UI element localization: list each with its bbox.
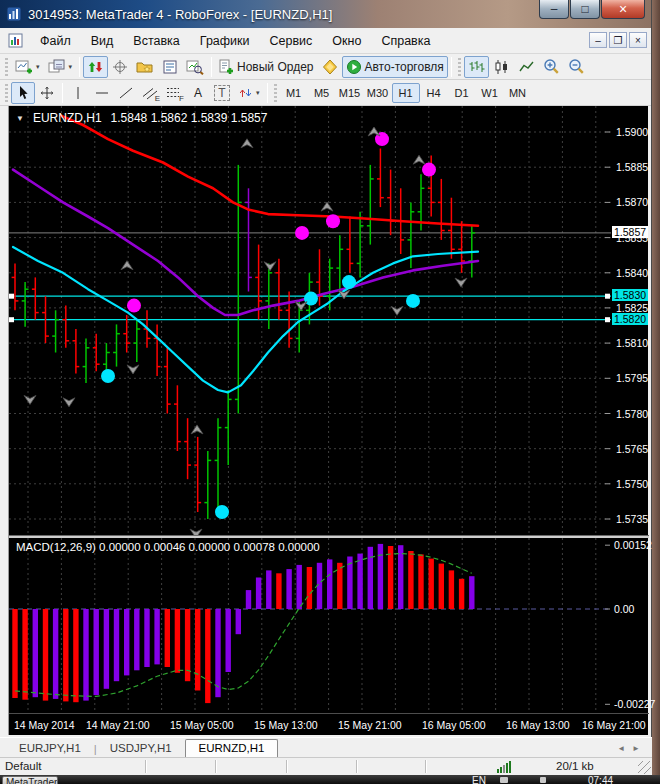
macd-axis[interactable]: 0.001520.00-0.00227	[611, 538, 649, 713]
mdi-close-button[interactable]: ×	[629, 32, 647, 48]
connection-signal-icon	[497, 761, 511, 773]
timeframe-MN[interactable]: MN	[504, 83, 532, 103]
time-axis[interactable]: 14 May 201414 May 21:0015 May 05:0015 Ma…	[9, 713, 649, 735]
date-label-16 May 05:00: 16 May 05:00	[422, 719, 486, 731]
label-tool-button[interactable]: T	[210, 82, 234, 104]
channel-letter: E	[155, 94, 160, 103]
date-label-16 May 21:00: 16 May 21:00	[582, 719, 646, 731]
macd-svg[interactable]	[9, 538, 611, 713]
metaeditor-button[interactable]	[318, 56, 342, 78]
trendline-tool-button[interactable]	[114, 82, 138, 104]
tab-USDJPY,H1[interactable]: USDJPY,H1	[97, 740, 185, 757]
menu-item-Сервис[interactable]: Сервис	[260, 30, 323, 52]
mdi-restore-button[interactable]: ❐	[609, 32, 627, 48]
timeframe-M1[interactable]: M1	[280, 83, 308, 103]
date-label-16 May 13:00: 16 May 13:00	[506, 719, 570, 731]
title-bar[interactable]: 3014953: MetaTrader 4 - RoboForex - [EUR…	[0, 0, 651, 28]
arrows-tool-button[interactable]: ▾	[234, 82, 264, 104]
macd-title: MACD(12,26,9) 0.00000 0.00046 0.00000 0.…	[16, 541, 320, 553]
price-axis[interactable]: 1.59001.58851.58701.58551.58401.58251.58…	[611, 106, 649, 535]
autotrading-button[interactable]: Авто-торговля	[342, 56, 448, 78]
menu-item-Графики[interactable]: Графики	[190, 30, 260, 52]
timeframe-M15[interactable]: M15	[336, 83, 364, 103]
chevron-down-icon: ▾	[69, 63, 73, 71]
tray-icon[interactable]	[500, 777, 508, 783]
tab-scroll-left-icon[interactable]: ◄	[617, 744, 625, 753]
timeframe-toolbar: M1M5M15M30H1H4D1W1MN	[280, 83, 532, 103]
resize-grip[interactable]	[638, 761, 651, 774]
chevron-down-icon: ▾	[36, 63, 40, 71]
macd-pane[interactable]: MACD(12,26,9) 0.00000 0.00046 0.00000 0.…	[9, 538, 649, 713]
menu-item-Справка[interactable]: Справка	[371, 30, 440, 52]
toolbar-grip[interactable]	[274, 84, 277, 102]
strategy-tester-button[interactable]	[182, 56, 208, 78]
terminal-button[interactable]	[158, 56, 182, 78]
new-chart-button[interactable]: ▾	[11, 56, 44, 78]
windows-taskbar: MetaTrader EN 07:44	[0, 775, 660, 784]
hline-price-label-1.5820: 1.5820	[612, 313, 648, 325]
market-watch-button[interactable]	[83, 56, 108, 78]
chart-window[interactable]: ▼ EURNZD,H1 1.5848 1.5862 1.5839 1.5857 …	[8, 106, 648, 735]
zoom-in-button[interactable]	[539, 56, 564, 78]
vertical-line-tool-button[interactable]	[66, 82, 90, 104]
screen: 3014953: MetaTrader 4 - RoboForex - [EUR…	[0, 0, 660, 784]
autotrading-icon	[346, 59, 362, 75]
minimize-button[interactable]: –	[539, 0, 569, 19]
timeframe-D1[interactable]: D1	[448, 83, 476, 103]
timeframe-H4[interactable]: H4	[420, 83, 448, 103]
taskbar-language-label[interactable]: EN	[472, 776, 486, 784]
data-window-button[interactable]	[108, 56, 132, 78]
mdi-minimize-button[interactable]: –	[589, 32, 607, 48]
chart-line-button[interactable]	[514, 56, 539, 78]
navigator-button[interactable]	[132, 56, 158, 78]
chart-document-icon	[8, 33, 26, 49]
text-tool-button[interactable]: A	[186, 82, 210, 104]
toolbar-separator	[267, 83, 268, 103]
macd-tick-0.00: 0.00	[614, 603, 634, 615]
menu-item-Файл[interactable]: Файл	[30, 30, 81, 52]
taskbar-clock[interactable]: 07:44	[588, 776, 613, 784]
timeframe-M30[interactable]: M30	[364, 83, 392, 103]
menu-item-Вставка[interactable]: Вставка	[123, 30, 189, 52]
profiles-button[interactable]: ▾	[44, 56, 77, 78]
cursor-tool-button[interactable]	[11, 82, 35, 104]
horizontal-line-tool-button[interactable]	[90, 82, 114, 104]
timeframe-W1[interactable]: W1	[476, 83, 504, 103]
main-chart-svg[interactable]	[9, 106, 611, 535]
terminal-icon	[162, 59, 178, 75]
price-tick-1.5840: 1.5840	[616, 267, 648, 279]
horizontal-line-icon	[94, 85, 110, 101]
tab-EURNZD,H1[interactable]: EURNZD,H1	[185, 739, 279, 757]
toolbar-grip[interactable]	[458, 58, 461, 76]
date-label-15 May 13:00: 15 May 13:00	[254, 719, 318, 731]
price-tick-1.5780: 1.5780	[616, 408, 648, 420]
status-separator	[425, 760, 426, 773]
tab-scroll-right-icon[interactable]: ►	[632, 744, 640, 753]
collapse-triangle-icon[interactable]: ▼	[16, 114, 24, 123]
chart-candles-button[interactable]	[489, 56, 514, 78]
timeframe-M5[interactable]: M5	[308, 83, 336, 103]
zoom-out-icon	[568, 58, 585, 75]
tab-EURJPY,H1[interactable]: EURJPY,H1	[6, 740, 94, 757]
cursor-arrow-icon	[15, 85, 31, 101]
tester-magnifier-icon	[186, 59, 204, 75]
maximize-button[interactable]: □	[570, 0, 600, 19]
fibonacci-tool-button[interactable]: F	[162, 82, 186, 104]
toolbar-grip[interactable]	[5, 84, 8, 102]
menu-item-Вид[interactable]: Вид	[81, 30, 124, 52]
taskbar-app-button[interactable]: MetaTrader	[2, 776, 58, 784]
toolbar-grip[interactable]	[5, 58, 8, 76]
menu-item-Окно[interactable]: Окно	[322, 30, 371, 52]
chart-bars-button[interactable]	[464, 56, 489, 78]
new-order-button[interactable]: Новый Ордер	[215, 56, 317, 78]
price-tick-1.5885: 1.5885	[616, 161, 648, 173]
toolbar-separator	[79, 57, 80, 77]
channel-tool-button[interactable]: E	[138, 82, 162, 104]
tray-icon[interactable]	[540, 777, 546, 783]
main-price-pane[interactable]: ▼ EURNZD,H1 1.5848 1.5862 1.5839 1.5857 …	[9, 106, 649, 535]
tab-scroll-arrows: ◄►	[617, 744, 640, 757]
zoom-out-button[interactable]	[564, 56, 589, 78]
close-button[interactable]: ×	[601, 0, 645, 19]
crosshair-tool-button[interactable]	[35, 82, 59, 104]
timeframe-H1[interactable]: H1	[392, 83, 420, 103]
